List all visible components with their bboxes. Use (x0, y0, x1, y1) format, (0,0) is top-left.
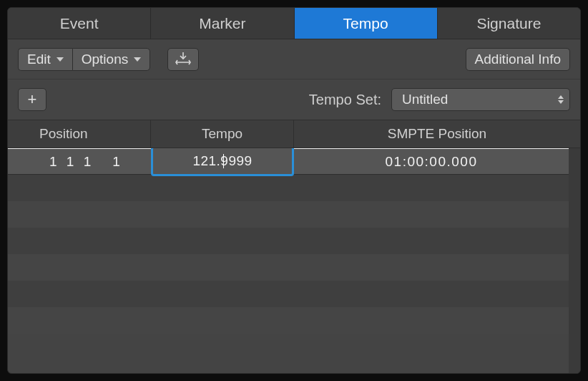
position-bars: 1 1 1 (49, 154, 94, 170)
tempo-row[interactable]: 1 1 1 1 121.9999 01:00:00.000 (8, 148, 569, 175)
tab-marker[interactable]: Marker (151, 8, 294, 39)
secondary-toolbar: + Tempo Set: Untitled (8, 79, 580, 120)
header-label: SMPTE Position (388, 126, 486, 142)
add-tempo-event-button[interactable]: + (18, 88, 46, 111)
column-header-tempo[interactable]: Tempo (151, 120, 294, 148)
additional-info-label: Additional Info (475, 52, 561, 67)
tab-label: Tempo (343, 15, 388, 32)
column-header-position[interactable]: Position (8, 120, 151, 148)
smpte-value: 01:00:00.000 (386, 154, 478, 170)
row-stripe (8, 175, 569, 201)
row-stripe (8, 254, 569, 281)
tab-label: Signature (476, 15, 541, 32)
row-stripe (8, 201, 569, 228)
row-stripe (8, 307, 569, 334)
tab-event[interactable]: Event (8, 8, 151, 39)
main-toolbar: Edit Options Additional Info (8, 39, 580, 79)
tempo-set-label: Tempo Set: (309, 92, 381, 108)
options-menu-button[interactable]: Options (72, 48, 150, 71)
smpte-cell[interactable]: 01:00:00.000 (294, 149, 569, 174)
tab-signature[interactable]: Signature (438, 8, 580, 39)
tab-label: Event (60, 15, 99, 32)
row-stripe (8, 228, 569, 254)
updown-stepper-icon (558, 95, 564, 104)
tempo-list-editor-window: Event Marker Tempo Signature Edit Option… (7, 7, 581, 374)
tempo-table-body: 1 1 1 1 121.9999 01:00:00.000 (8, 148, 580, 373)
tempo-set-select[interactable]: Untitled (391, 88, 570, 111)
position-cell[interactable]: 1 1 1 1 (8, 149, 151, 174)
text-caret (223, 154, 224, 168)
chevron-down-icon (134, 57, 141, 62)
additional-info-button[interactable]: Additional Info (466, 48, 570, 71)
tempo-cell-editing[interactable]: 121.9999 (151, 148, 294, 176)
catch-playhead-button[interactable] (167, 48, 199, 71)
plus-icon: + (28, 90, 37, 109)
tempo-value: 121.9999 (192, 153, 252, 169)
edit-menu-label: Edit (27, 52, 51, 67)
options-menu-label: Options (82, 52, 128, 67)
tab-tempo[interactable]: Tempo (295, 8, 438, 39)
header-label: Position (39, 126, 88, 142)
tempo-set-value: Untitled (402, 92, 448, 107)
vertical-scrollbar[interactable] (569, 148, 580, 373)
playhead-catch-icon (175, 52, 191, 67)
tab-label: Marker (199, 15, 245, 32)
editor-tabbar: Event Marker Tempo Signature (8, 8, 580, 39)
header-label: Tempo (202, 126, 242, 142)
chevron-down-icon (57, 57, 64, 62)
edit-menu-button[interactable]: Edit (18, 48, 72, 71)
position-ticks: 1 (112, 154, 120, 170)
tempo-table-header: Position Tempo SMPTE Position (8, 120, 580, 148)
column-header-smpte[interactable]: SMPTE Position (294, 120, 580, 148)
row-stripe (8, 281, 569, 307)
